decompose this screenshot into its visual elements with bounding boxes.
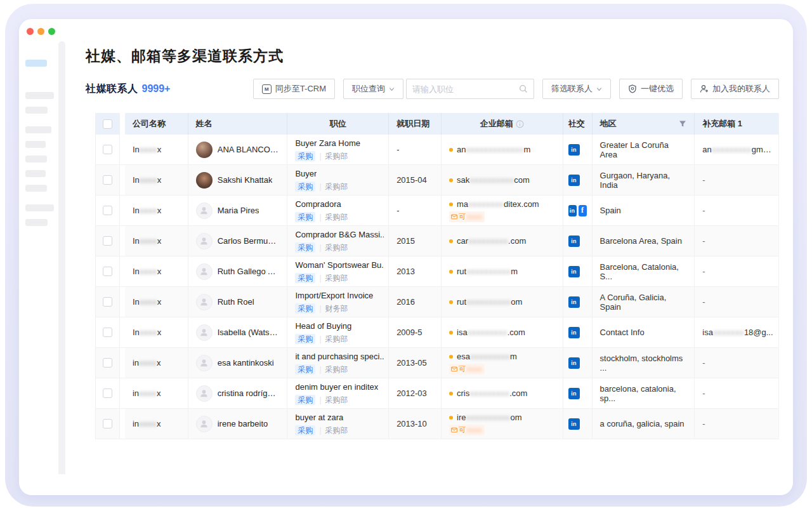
social-cell: in [563, 348, 593, 378]
linkedin-icon[interactable]: in [568, 144, 580, 156]
start-date-cell: 2015 [389, 226, 442, 256]
table-row[interactable]: Inxxxxx Ruth Roel Import/Export Invoice … [96, 287, 778, 317]
filter-funnel-icon[interactable] [679, 120, 686, 128]
sidebar-skeleton-item [25, 204, 54, 211]
linkedin-icon[interactable]: in [568, 205, 577, 216]
add-to-my-contacts-button[interactable]: 加入我的联系人 [691, 79, 779, 99]
decorative-frame: 社媒、邮箱等多渠道联系方式 社媒联系人 9999+ M 同步至T-CRM 职位查… [5, 4, 807, 507]
person-add-icon [700, 84, 709, 93]
header-company: 公司名称 [125, 113, 188, 135]
close-window-button[interactable] [27, 28, 34, 35]
row-checkbox[interactable] [103, 175, 112, 185]
table-row[interactable]: inxxxxx irene barbeito buyer at zara 采购 … [96, 409, 778, 439]
region-cell: Barcelona Area, Spain [593, 226, 695, 256]
name-cell: Maria Pires [188, 196, 288, 225]
social-cell: in [563, 317, 593, 347]
table-row[interactable]: inxxxxx cristina rodríguez denim buyer e… [96, 378, 778, 409]
extra-email-cell: - [695, 348, 778, 378]
sidebar-skeleton-item [25, 126, 51, 133]
toolbar: 社媒联系人 9999+ M 同步至T-CRM 职位查询 [86, 79, 779, 99]
select-all-checkbox[interactable] [103, 119, 112, 129]
department-label: 采购部 [325, 365, 348, 374]
search-icon[interactable] [519, 84, 528, 93]
purchase-tag: 采购 [295, 425, 315, 435]
contacts-count[interactable]: 9999+ [142, 83, 171, 95]
email-status-dot [449, 239, 453, 243]
linkedin-icon[interactable]: in [568, 418, 580, 430]
purchase-tag: 采购 [295, 273, 315, 283]
extra-email-cell: - [695, 378, 778, 408]
name-cell: Ruth Gallego Agulló [188, 256, 288, 286]
email-status-dot [449, 331, 453, 335]
row-checkbox[interactable] [103, 358, 112, 368]
avatar [196, 172, 213, 189]
social-cell: in [563, 165, 593, 195]
maximize-window-button[interactable] [48, 28, 55, 35]
one-click-optimize-button[interactable]: 一键优选 [619, 79, 683, 99]
linkedin-icon[interactable]: in [568, 327, 580, 338]
department-label: 采购部 [325, 274, 348, 282]
position-cell: it and purchasing speci... 采购 | 采购部 [287, 348, 389, 378]
position-title: buyer at zara [295, 413, 343, 423]
row-checkbox[interactable] [103, 206, 112, 215]
facebook-icon[interactable]: f [579, 205, 587, 216]
position-title: Comprador B&G Massi... [295, 230, 384, 240]
position-title: Woman' Sportswear Bu... [295, 260, 384, 270]
table-row[interactable]: Inxxxxx Carlos Bermudo Cr... Comprador B… [96, 226, 778, 256]
table-row[interactable]: Inxxxxx Isabella (Watson) L... Head of B… [96, 317, 778, 348]
email-status-dot [449, 355, 453, 359]
linkedin-icon[interactable]: in [568, 357, 580, 369]
tag-separator: | [319, 395, 321, 404]
fixed-column-gap [120, 135, 125, 164]
table-row[interactable]: Inxxxxx Ruth Gallego Agulló Woman' Sport… [96, 256, 778, 287]
purchase-tag: 采购 [295, 212, 315, 222]
row-checkbox[interactable] [103, 328, 112, 337]
fixed-column-gap [120, 378, 125, 408]
row-checkbox[interactable] [103, 145, 112, 154]
contact-name: cristina rodríguez [218, 388, 280, 398]
avatar [196, 385, 213, 402]
row-checkbox[interactable] [103, 388, 112, 398]
person-placeholder-icon [199, 297, 209, 307]
header-region: 地区 [600, 118, 617, 129]
position-cell: Buyer 采购 | 采购部 [287, 165, 389, 195]
fixed-column-gap [120, 348, 125, 378]
sidebar-active-item[interactable] [25, 60, 47, 67]
linkedin-icon[interactable]: in [568, 296, 580, 308]
email-cell: crisxxxxxxxxx.com [442, 378, 563, 408]
email-address: irexxxxxxxxxxom [449, 413, 522, 423]
avatar [196, 416, 213, 432]
sync-crm-button[interactable]: M 同步至T-CRM [253, 79, 335, 99]
position-query-dropdown[interactable]: 职位查询 [343, 79, 403, 99]
linkedin-icon[interactable]: in [568, 266, 580, 277]
avatar [196, 355, 213, 371]
extra-email-cell: - [695, 409, 778, 439]
start-date-cell: 2013-05 [389, 348, 442, 378]
sidebar-skeleton-item [25, 170, 46, 177]
purchase-tag: 采购 [295, 395, 315, 405]
table-row[interactable]: Inxxxxx ANA BLANCO REY Buyer Zara Home 采… [96, 135, 778, 165]
row-checkbox[interactable] [103, 267, 112, 276]
page-title: 社媒、邮箱等多渠道联系方式 [86, 46, 779, 66]
department-label: 采购部 [325, 152, 348, 161]
person-placeholder-icon [199, 328, 209, 337]
filter-contacts-dropdown[interactable]: 筛选联系人 [542, 79, 611, 99]
tcrm-logo-icon: M [262, 84, 272, 94]
person-placeholder-icon [199, 236, 209, 246]
table-row[interactable]: Inxxxxx Maria Pires Compradora 采购 | 采购部 … [96, 196, 778, 226]
linkedin-icon[interactable]: in [568, 388, 580, 399]
email-cell: maxxxxxxxxditex.com 可 xxxx [442, 196, 563, 225]
table-row[interactable]: inxxxxx esa kantinkoski it and purchasin… [96, 348, 778, 378]
reachable-label: 可 [459, 212, 466, 222]
linkedin-icon[interactable]: in [568, 236, 580, 247]
row-checkbox[interactable] [103, 419, 112, 428]
position-search-input[interactable] [412, 84, 519, 94]
table-row[interactable]: Inxxxxx Sakshi Khattak Buyer 采购 | 采购部 20… [96, 165, 778, 196]
minimize-window-button[interactable] [37, 28, 44, 35]
row-checkbox[interactable] [103, 297, 112, 307]
info-icon[interactable] [516, 120, 524, 128]
sidebar-skeleton-item [25, 156, 47, 163]
row-checkbox[interactable] [103, 236, 112, 246]
name-cell: Sakshi Khattak [188, 165, 288, 195]
linkedin-icon[interactable]: in [568, 175, 580, 186]
